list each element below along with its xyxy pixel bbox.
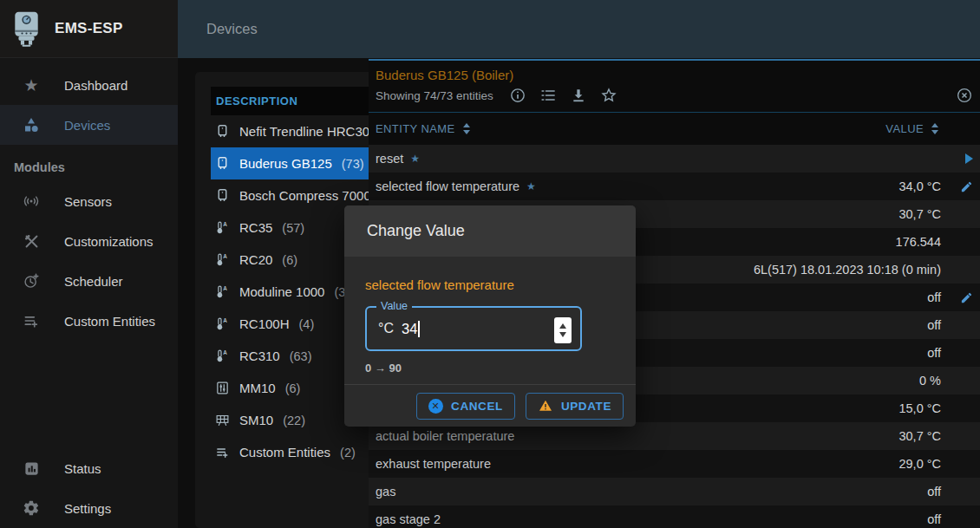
list-plus-icon [22, 312, 41, 329]
sidebar-item-custom-entities[interactable]: Custom Entities [0, 301, 178, 341]
boiler-icon [215, 124, 230, 139]
boiler-logo-icon [12, 10, 41, 49]
favorites-filter-star-icon[interactable] [600, 87, 617, 104]
dialog-header: Change Value [344, 205, 636, 257]
clock-plus-icon [22, 272, 41, 290]
sidebar-item-label: Custom Entities [64, 314, 155, 329]
showing-entities-text: Showing 74/73 entities [376, 89, 493, 102]
thermostat-icon: A [215, 284, 230, 299]
cancel-button[interactable]: ✕ CANCEL [416, 393, 515, 420]
app-title: EMS-ESP [55, 20, 123, 37]
entity-row: selected flow temperature★ 34,0 °C [369, 173, 980, 200]
svg-text:A: A [223, 221, 227, 227]
thermostat-icon: A [215, 349, 230, 363]
sidebar-item-customizations[interactable]: Customizations [0, 221, 178, 261]
sidebar-item-label: Sensors [64, 194, 112, 209]
sensor-waves-icon [22, 192, 41, 210]
boiler-icon [215, 188, 230, 203]
svg-text:A: A [223, 349, 227, 355]
dialog-title: Change Value [367, 222, 465, 240]
cancel-x-icon: ✕ [428, 399, 443, 414]
mixer-icon [215, 381, 230, 395]
value-unit-prefix: °C [378, 321, 394, 336]
solar-panel-icon [215, 413, 230, 427]
sidebar-item-label: Settings [64, 501, 111, 516]
thermostat-icon: A [215, 316, 230, 331]
thermostat-icon: A [215, 220, 230, 235]
entity-table-header: ENTITY NAME VALUE [369, 113, 980, 145]
value-input-label: Value [376, 300, 412, 312]
modules-section-label: Modules [0, 145, 178, 181]
sidebar-item-label: Customizations [64, 234, 154, 249]
value-range-hint: 0 → 90 [365, 362, 615, 375]
sidebar-item-label: Status [64, 461, 101, 476]
boiler-icon [215, 156, 230, 171]
sidebar-item-dashboard[interactable]: ★ Dashboard [0, 65, 178, 105]
value-input-text: 34 [402, 321, 417, 337]
sidebar-item-label: Scheduler [64, 274, 123, 289]
svg-text:A: A [223, 317, 227, 323]
svg-text:A: A [223, 253, 227, 259]
sidebar-item-label: Devices [64, 118, 110, 133]
sort-value[interactable]: VALUE [885, 122, 938, 135]
update-button[interactable]: UPDATE [526, 393, 624, 420]
dialog-footer: ✕ CANCEL UPDATE [344, 384, 636, 427]
edit-pencil-icon[interactable] [960, 291, 973, 304]
edit-pencil-icon[interactable] [960, 180, 973, 193]
sidebar-item-scheduler[interactable]: Scheduler [0, 261, 178, 301]
sidebar-item-sensors[interactable]: Sensors [0, 181, 178, 221]
close-icon[interactable] [956, 87, 973, 104]
sort-icon [463, 123, 470, 134]
page-title: Devices [206, 21, 258, 37]
bar-chart-icon [22, 460, 41, 477]
sidebar-item-status[interactable]: Status [0, 448, 178, 488]
sort-icon [931, 123, 938, 134]
change-value-dialog: Change Value selected flow temperature V… [344, 205, 636, 427]
entity-row: reset★ [369, 145, 980, 173]
star-icon: ★ [22, 75, 41, 95]
gear-icon [22, 499, 41, 517]
category-icon [22, 116, 41, 134]
entity-toolbar: Showing 74/73 entities [369, 83, 980, 108]
ems-esp-app: Devices EMS-ESP [0, 0, 980, 528]
app-logo-bar: EMS-ESP [0, 0, 178, 58]
number-stepper[interactable] [554, 317, 572, 343]
text-caret [418, 321, 420, 337]
thermostat-icon: A [215, 252, 230, 267]
entity-row: gas stage 2 off [369, 505, 980, 528]
entity-panel-title: Buderus GB125 (Boiler) [369, 61, 980, 83]
run-command-icon[interactable] [965, 153, 973, 164]
sidebar-item-devices[interactable]: Devices [0, 105, 178, 145]
download-icon[interactable] [570, 87, 587, 104]
info-icon[interactable] [509, 87, 526, 104]
entity-row: exhaust temperature 29,0 °C [369, 450, 980, 478]
list-view-icon[interactable] [539, 87, 557, 104]
top-app-bar: Devices [178, 0, 980, 58]
sidebar-item-label: Dashboard [64, 78, 127, 93]
warning-triangle-icon [538, 399, 553, 413]
favorite-star-icon: ★ [410, 153, 420, 165]
svg-text:A: A [223, 285, 227, 291]
list-plus-icon [215, 445, 230, 460]
dialog-field-name: selected flow temperature [365, 277, 615, 292]
sidebar-item-settings[interactable]: Settings [0, 488, 178, 528]
favorite-star-icon: ★ [526, 180, 536, 192]
value-input[interactable]: Value °C 34 [365, 306, 582, 351]
sort-entity-name[interactable]: ENTITY NAME [376, 122, 885, 135]
tools-icon [22, 233, 41, 250]
entity-row: gas off [369, 478, 980, 505]
sidebar: EMS-ESP ★ Dashboard Devices Modules [0, 0, 178, 528]
